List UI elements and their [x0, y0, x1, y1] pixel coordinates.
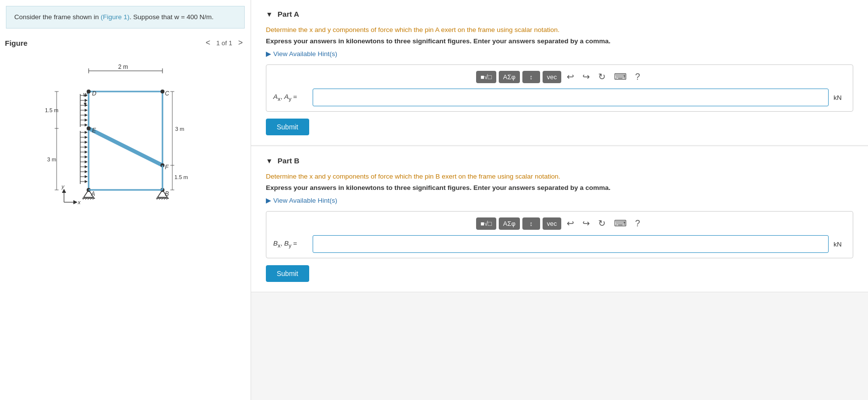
svg-text:2 m: 2 m: [118, 63, 128, 70]
part-a-redo-btn[interactable]: ↪: [579, 70, 593, 84]
svg-rect-0: [12, 52, 239, 219]
symbols-icon-b: ΑΣφ: [503, 220, 515, 227]
help-icon-b: ?: [635, 218, 640, 228]
vec-icon: vec: [547, 73, 557, 81]
figure-count: 1 of 1: [216, 39, 232, 47]
part-b-submit-button[interactable]: Submit: [266, 265, 309, 282]
arrows-icon: ↕: [530, 73, 533, 81]
refresh-icon-b: ↻: [598, 218, 606, 228]
figure-canvas: 2 m w D: [12, 52, 239, 219]
svg-text:D: D: [92, 90, 96, 97]
refresh-icon: ↻: [598, 72, 606, 82]
part-b-vec-btn[interactable]: vec: [543, 217, 561, 230]
keyboard-icon: ⌨: [614, 72, 627, 82]
part-b-input-box: ■√□ ΑΣφ ↕ vec ↩ ↪: [266, 211, 853, 258]
part-a-instruction: Determine the x and y components of forc…: [266, 26, 853, 33]
part-b-redo-btn[interactable]: ↪: [579, 216, 593, 230]
part-a-section: ▼ Part A Determine the x and y component…: [251, 0, 868, 146]
svg-point-11: [87, 90, 91, 93]
part-a-undo-btn[interactable]: ↩: [564, 70, 577, 84]
fractions-icon-b: ■√□: [481, 220, 492, 227]
part-a-hint-arrow: ▶: [266, 50, 271, 58]
undo-icon-b: ↩: [567, 218, 574, 228]
part-b-fractions-btn[interactable]: ■√□: [476, 217, 496, 230]
svg-text:E: E: [92, 127, 96, 134]
keyboard-icon-b: ⌨: [614, 218, 627, 228]
figure-diagram: 2 m w D: [12, 52, 239, 219]
part-a-refresh-btn[interactable]: ↻: [595, 70, 609, 84]
part-a-hint-label: View Available Hint(s): [273, 50, 337, 58]
next-figure-button[interactable]: >: [235, 37, 246, 48]
part-b-collapse-icon[interactable]: ▼: [266, 157, 273, 165]
arrows-icon-b: ↕: [530, 220, 533, 227]
part-a-answer-row: Ax, Ay = kN: [273, 89, 846, 106]
part-b-instruction-text: Determine the x and y components of forc…: [266, 173, 560, 180]
part-a-submit-button[interactable]: Submit: [266, 119, 309, 135]
undo-icon: ↩: [567, 72, 574, 82]
part-a-bold-instruction: Express your answers in kilonewtons to t…: [266, 37, 853, 45]
figure-section: Figure < 1 of 1 > 2 m: [0, 37, 251, 219]
part-b-section: ▼ Part B Determine the x and y component…: [251, 147, 868, 292]
part-a-input-box: ■√□ ΑΣφ ↕ vec ↩ ↪: [266, 64, 853, 112]
help-icon: ?: [635, 72, 640, 82]
problem-text-post: . Suppose that w = 400 N/m.: [129, 13, 214, 21]
part-a-answer-input[interactable]: [313, 89, 829, 106]
part-b-header: ▼ Part B: [266, 156, 853, 165]
part-a-unit: kN: [834, 94, 846, 101]
part-b-refresh-btn[interactable]: ↻: [595, 216, 609, 230]
part-a-collapse-icon[interactable]: ▼: [266, 10, 273, 18]
part-a-header: ▼ Part A: [266, 10, 853, 18]
part-b-arrows-btn[interactable]: ↕: [522, 217, 540, 230]
redo-icon-b: ↪: [582, 218, 590, 228]
part-a-keyboard-btn[interactable]: ⌨: [611, 70, 630, 84]
part-b-answer-label: Bx, By =: [273, 240, 308, 248]
figure-link[interactable]: (Figure 1): [101, 13, 130, 21]
svg-text:3 m: 3 m: [47, 156, 56, 162]
svg-text:F: F: [165, 164, 169, 171]
part-b-answer-row: Bx, By = kN: [273, 235, 846, 253]
symbols-icon: ΑΣφ: [503, 73, 515, 81]
part-b-unit: kN: [834, 241, 846, 248]
svg-text:1.5 m: 1.5 m: [174, 174, 188, 180]
part-b-keyboard-btn[interactable]: ⌨: [611, 216, 630, 230]
part-a-answer-label: Ax, Ay =: [273, 93, 308, 102]
problem-statement: Consider the frame shown in (Figure 1). …: [6, 6, 245, 29]
prev-figure-button[interactable]: <: [203, 37, 213, 48]
part-b-title: Part B: [278, 156, 299, 165]
svg-text:3 m: 3 m: [175, 126, 184, 132]
part-b-toolbar: ■√□ ΑΣφ ↕ vec ↩ ↪: [273, 216, 846, 230]
vec-icon-b: vec: [547, 220, 557, 227]
part-b-hint-label: View Available Hint(s): [273, 197, 337, 204]
part-a-vec-btn[interactable]: vec: [543, 71, 561, 83]
part-a-fractions-btn[interactable]: ■√□: [476, 71, 496, 83]
part-b-answer-input[interactable]: [313, 235, 829, 253]
part-b-instruction: Determine the x and y components of forc…: [266, 173, 853, 180]
figure-nav: < 1 of 1 >: [203, 37, 246, 48]
svg-text:C: C: [165, 90, 169, 97]
svg-text:1.5 m: 1.5 m: [45, 107, 59, 113]
part-b-symbols-btn[interactable]: ΑΣφ: [499, 217, 520, 230]
part-a-help-btn[interactable]: ?: [632, 70, 643, 84]
redo-icon: ↪: [582, 72, 590, 82]
part-b-bold-instruction: Express your answers in kilonewtons to t…: [266, 184, 853, 191]
fractions-icon: ■√□: [481, 73, 492, 81]
figure-title: Figure: [5, 39, 28, 47]
part-b-help-btn[interactable]: ?: [632, 217, 643, 230]
part-a-title: Part A: [278, 10, 299, 18]
part-b-undo-btn[interactable]: ↩: [564, 216, 577, 230]
part-b-hint-link[interactable]: ▶ View Available Hint(s): [266, 196, 853, 204]
part-a-arrows-btn[interactable]: ↕: [522, 71, 540, 83]
part-a-hint-link[interactable]: ▶ View Available Hint(s): [266, 50, 853, 58]
right-panel: ▼ Part A Determine the x and y component…: [251, 0, 868, 400]
svg-point-13: [161, 90, 164, 93]
part-b-hint-arrow: ▶: [266, 196, 271, 204]
problem-text-pre: Consider the frame shown in: [14, 13, 101, 21]
left-panel: Consider the frame shown in (Figure 1). …: [0, 0, 251, 400]
figure-header: Figure < 1 of 1 >: [5, 37, 246, 48]
svg-point-15: [87, 126, 91, 130]
part-a-instruction-text: Determine the x and y components of forc…: [266, 26, 560, 33]
svg-text:x: x: [77, 199, 81, 205]
part-a-symbols-btn[interactable]: ΑΣφ: [499, 71, 520, 83]
part-a-toolbar: ■√□ ΑΣφ ↕ vec ↩ ↪: [273, 70, 846, 84]
